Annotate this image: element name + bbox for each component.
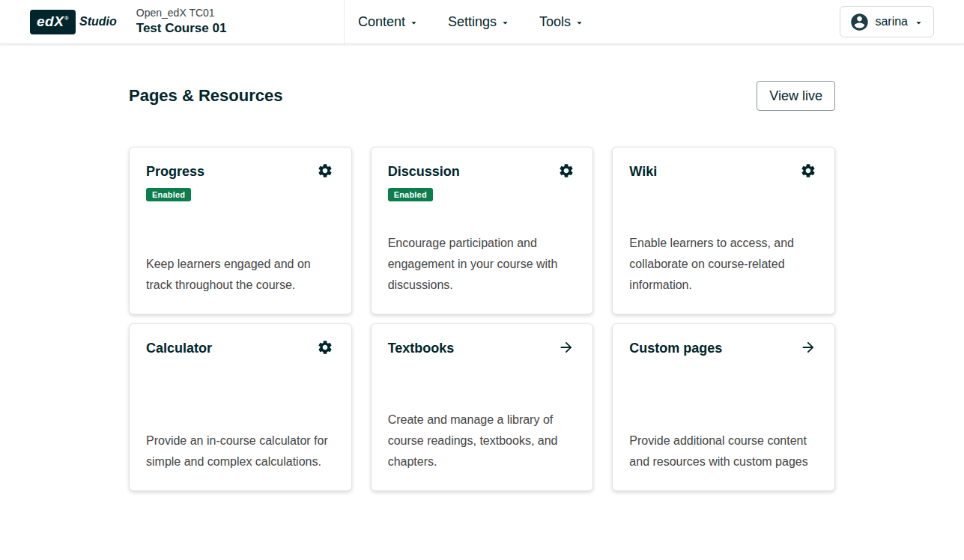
card-title: Progress [146,164,204,180]
nav-tools-label: Tools [539,14,571,30]
cards-grid: Progress Enabled Keep learners engaged a… [129,147,835,491]
studio-label: Studio [79,15,117,28]
card-action-button[interactable] [800,339,816,356]
user-menu-button[interactable]: sarina [840,6,934,37]
gear-icon [560,164,573,177]
card-header: Progress [146,164,333,180]
status-badge: Enabled [146,188,191,201]
card-header: Wiki [629,164,816,180]
card-description: Enable learners to access, and collabora… [629,233,816,296]
card-description: Encourage participation and engagement i… [388,233,575,296]
header: edX® Studio Open_edX TC01 Test Course 01… [0,0,964,44]
card-action-button[interactable] [317,339,333,356]
course-org: Open_edX TC01 [136,6,227,20]
nav-content[interactable]: Content [358,14,419,30]
edx-logo: edX® [30,10,76,34]
card[interactable]: Progress Enabled Keep learners engaged a… [129,147,352,314]
course-info: Open_edX TC01 Test Course 01 [136,6,227,37]
card[interactable]: Wiki Enable learners to access, and coll… [612,147,835,314]
card-action-button[interactable] [558,339,575,356]
card-description: Provide an in-course calculator for simp… [146,430,333,472]
card-description: Create and manage a library of course re… [388,410,575,472]
card-header: Discussion [388,164,575,180]
card[interactable]: Calculator Provide an in-course calculat… [129,323,352,491]
card-header: Calculator [146,341,333,356]
card-title: Custom pages [629,341,722,356]
card[interactable]: Discussion Enabled Encourage participati… [371,147,594,314]
card-header: Textbooks [388,341,575,356]
page-title: Pages & Resources [129,86,282,106]
chevron-down-icon [574,17,585,28]
nav-settings[interactable]: Settings [448,14,511,30]
arrow-right-icon [561,342,572,353]
arrow-right-icon [803,342,814,353]
card[interactable]: Textbooks Create and manage a library of… [371,323,594,491]
gear-icon [801,164,814,177]
card-header: Custom pages [629,341,816,356]
gear-icon [318,341,331,354]
chevron-down-icon [913,17,924,28]
card-action-button[interactable] [800,162,816,179]
card-title: Textbooks [388,341,455,356]
main-nav: Content Settings Tools [358,0,585,43]
chevron-down-icon [500,17,511,28]
card-description: Provide additional course content and re… [629,430,816,472]
registered-mark: ® [64,16,69,21]
page-header: Pages & Resources View live [129,81,835,111]
view-live-button[interactable]: View live [757,81,835,111]
card-action-button[interactable] [558,162,575,179]
status-badge: Enabled [388,188,433,201]
header-divider [344,0,345,43]
nav-tools[interactable]: Tools [539,14,585,30]
chevron-down-icon [408,17,419,28]
nav-content-label: Content [358,14,405,30]
avatar-icon [849,12,870,32]
card-title: Calculator [146,341,212,356]
nav-settings-label: Settings [448,14,497,30]
card-action-button[interactable] [317,162,333,179]
user-name: sarina [875,15,908,28]
main-content: Pages & Resources View live Progress Ena… [129,81,835,491]
gear-icon [318,164,331,177]
course-title: Test Course 01 [136,20,227,37]
edx-logo-text: edX [37,13,64,29]
card-title: Wiki [629,164,657,180]
card-title: Discussion [388,164,460,180]
card[interactable]: Custom pages Provide additional course c… [612,323,835,491]
studio-logo[interactable]: edX® Studio [30,10,117,34]
card-description: Keep learners engaged and on track throu… [146,254,333,296]
